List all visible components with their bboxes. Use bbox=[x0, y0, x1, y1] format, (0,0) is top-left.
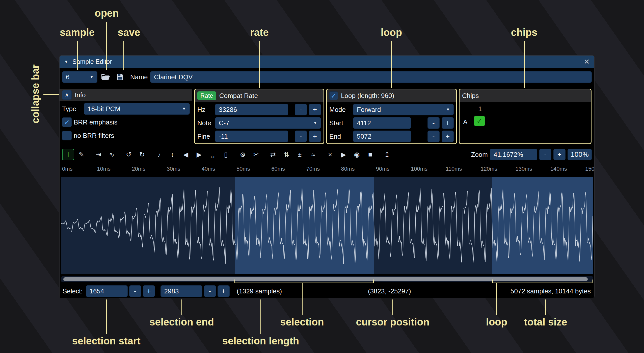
info-header[interactable]: ∧ Info bbox=[60, 89, 192, 101]
note-label: Note bbox=[197, 119, 213, 127]
info-header-label: Info bbox=[75, 91, 86, 99]
reverse-icon[interactable]: ⇄ bbox=[267, 149, 279, 160]
loop-mode-value: Forward bbox=[357, 106, 381, 114]
type-value: 16-bit PCM bbox=[88, 105, 120, 113]
timeline-label: 90ms bbox=[376, 166, 390, 172]
fine-plus-button[interactable]: + bbox=[309, 131, 321, 142]
save-button[interactable] bbox=[114, 71, 126, 83]
fine-minus-button[interactable]: - bbox=[295, 131, 307, 142]
preview-loop-icon[interactable]: ◉ bbox=[351, 149, 363, 160]
brr-emphasis-label: BRR emphasis bbox=[74, 118, 117, 126]
loop-start-minus-button[interactable]: - bbox=[427, 117, 440, 129]
invert-icon[interactable]: ⇅ bbox=[280, 149, 292, 160]
annotation-line bbox=[106, 299, 107, 334]
hz-value: 33286 bbox=[219, 106, 237, 114]
scrollbar-thumb[interactable] bbox=[63, 277, 588, 281]
timeline-label: 130ms bbox=[516, 166, 532, 172]
annotation-line bbox=[392, 299, 393, 315]
resize-icon[interactable]: ⇥ bbox=[92, 149, 104, 160]
stop-icon[interactable]: ■ bbox=[364, 149, 376, 160]
annotation-total-size: total size bbox=[524, 316, 567, 328]
timeline-ruler[interactable]: 0ms10ms20ms30ms40ms50ms60ms70ms80ms90ms1… bbox=[60, 165, 594, 174]
timeline-label: 80ms bbox=[341, 166, 355, 172]
loop-bracket-tick bbox=[592, 280, 593, 283]
loop-end-input[interactable]: 5072 bbox=[353, 131, 411, 142]
annotation-line bbox=[496, 283, 497, 315]
annotation-line bbox=[524, 41, 525, 88]
loop-start-plus-button[interactable]: + bbox=[442, 117, 454, 129]
crossfade-loop-icon[interactable]: × bbox=[324, 149, 336, 160]
chips-panel: Chips 1 A ✓ bbox=[459, 89, 592, 144]
timeline-label: 70ms bbox=[306, 166, 320, 172]
annotation-loop-bottom: loop bbox=[486, 316, 507, 328]
selection-start-input[interactable]: 1654 bbox=[86, 285, 128, 297]
loop-end-plus-button[interactable]: + bbox=[442, 131, 454, 142]
chip-enable-checkbox[interactable]: ✓ bbox=[474, 116, 485, 126]
loop-bracket bbox=[492, 283, 593, 283]
loop-end-minus-button[interactable]: - bbox=[427, 131, 440, 142]
zoom-out-button[interactable]: - bbox=[539, 149, 551, 160]
preview-icon[interactable]: ▶ bbox=[337, 149, 350, 160]
loop-mode-select[interactable]: Forward ▼ bbox=[353, 104, 454, 115]
annotation-selection-length: selection length bbox=[222, 335, 299, 347]
filter-icon[interactable]: ≈ bbox=[307, 149, 319, 160]
close-icon[interactable]: ✕ bbox=[584, 58, 590, 66]
loop-checkbox[interactable]: ✓ bbox=[329, 91, 338, 100]
loop-end-label: End bbox=[329, 133, 351, 140]
fade-in-icon[interactable]: ◀ bbox=[180, 149, 192, 160]
normalize-icon[interactable]: ↕ bbox=[166, 149, 178, 160]
name-input[interactable]: Clarinet DQV bbox=[150, 71, 592, 83]
waveform-view[interactable] bbox=[61, 177, 593, 274]
timeline-label: 120ms bbox=[480, 166, 497, 172]
chip-row-label: A bbox=[463, 118, 467, 126]
delete-icon[interactable]: ⊗ bbox=[237, 149, 249, 160]
annotation-line bbox=[302, 283, 303, 315]
note-select[interactable]: C-7 ▼ bbox=[215, 117, 321, 129]
timeline-label: 40ms bbox=[202, 166, 215, 172]
amplify-icon[interactable]: ♪ bbox=[153, 149, 165, 160]
sign-icon[interactable]: ± bbox=[294, 149, 306, 160]
hz-plus-button[interactable]: + bbox=[309, 104, 321, 115]
brr-emphasis-checkbox[interactable]: ✓ bbox=[62, 117, 72, 127]
trim-icon[interactable]: ✂ bbox=[250, 149, 262, 160]
horizontal-scrollbar[interactable] bbox=[61, 276, 593, 282]
open-button[interactable] bbox=[100, 71, 112, 83]
titlebar[interactable]: ▼ Sample Editor ✕ bbox=[60, 56, 594, 68]
hz-input[interactable]: 33286 bbox=[215, 104, 288, 115]
fade-out-icon[interactable]: ▶ bbox=[193, 149, 205, 160]
timeline-label: 100ms bbox=[411, 166, 427, 172]
selection-bracket bbox=[234, 283, 374, 283]
selection-start-minus-button[interactable]: - bbox=[129, 285, 141, 297]
hz-minus-button[interactable]: - bbox=[295, 104, 307, 115]
window-collapse-icon[interactable]: ▼ bbox=[64, 59, 68, 64]
collapse-bar-button[interactable]: ∧ bbox=[62, 90, 72, 100]
loop-bracket-tick bbox=[492, 280, 493, 283]
waveform bbox=[61, 177, 593, 274]
chevron-down-icon: ▼ bbox=[443, 107, 450, 112]
sample-editor-window: ▼ Sample Editor ✕ 6 ▼ Name Clarinet DQV bbox=[59, 55, 595, 298]
type-select[interactable]: 16-bit PCM ▼ bbox=[84, 103, 190, 115]
loop-start-input[interactable]: 4112 bbox=[353, 117, 411, 129]
annotation-line bbox=[181, 299, 182, 315]
selection-end-plus-button[interactable]: + bbox=[218, 285, 230, 297]
apply-silence-icon[interactable]: ▯ bbox=[220, 149, 232, 160]
select-label: Select: bbox=[63, 287, 83, 295]
rate-badge[interactable]: Rate bbox=[197, 91, 216, 100]
redo-icon[interactable]: ↻ bbox=[136, 149, 148, 160]
edit-cursor-icon[interactable]: I bbox=[62, 149, 74, 160]
insert-silence-icon[interactable]: ␣ bbox=[206, 149, 219, 160]
resample-icon[interactable]: ∿ bbox=[106, 149, 118, 160]
draw-icon[interactable]: ✎ bbox=[75, 149, 88, 160]
selection-start-plus-button[interactable]: + bbox=[143, 285, 155, 297]
selection-end-minus-button[interactable]: - bbox=[204, 285, 216, 297]
sample-select[interactable]: 6 ▼ bbox=[62, 71, 97, 83]
no-brr-filters-checkbox[interactable] bbox=[62, 131, 72, 140]
undo-icon[interactable]: ↺ bbox=[123, 149, 135, 160]
selection-end-input[interactable]: 2983 bbox=[160, 285, 202, 297]
annotation-collapse-bar: collapse bar bbox=[30, 64, 41, 123]
fine-input[interactable]: -11 bbox=[215, 131, 288, 142]
zoom-in-button[interactable]: + bbox=[553, 149, 566, 160]
zoom-reset-button[interactable]: 100% bbox=[568, 149, 592, 160]
zoom-input[interactable]: 41.1672% bbox=[490, 149, 537, 160]
create-wavetable-icon[interactable]: ↥ bbox=[381, 149, 393, 160]
